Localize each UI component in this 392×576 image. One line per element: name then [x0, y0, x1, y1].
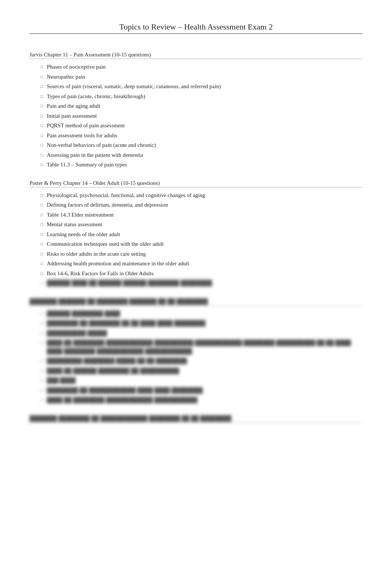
list-item: Neuropathic pain — [41, 73, 362, 81]
list-item: Assessing pain in the patient with demen… — [41, 151, 362, 159]
section-header-potter: Potter & Perry Chapter 14 – Older Adult … — [30, 180, 362, 187]
jarvis-bullet-list: Phases of nociceptive pain Neuropathic p… — [30, 63, 362, 169]
list-item: Addressing health promotion and maintena… — [41, 259, 362, 268]
list-item: Risks to older adults in the acute care … — [41, 250, 362, 258]
list-item: Defining factors of delirium, dementia, … — [41, 201, 362, 209]
list-item: Mental status assessment — [41, 220, 362, 229]
list-item: Non-verbal behaviors of pain (acute and … — [41, 141, 362, 149]
section-blurred-3: ███████ ███████ ██ ████████ ███████ ██ █… — [30, 299, 362, 404]
list-item-blurred: ████████ ██ ████████ ██ ██ ████ ████ ███… — [41, 319, 362, 328]
list-item: Types of pain (acute, chronic, breakthro… — [41, 92, 362, 101]
section-potter-ch14: Potter & Perry Chapter 14 – Older Adult … — [30, 180, 362, 287]
list-item-blurred: ██████ ████ ██ ██████ ██████ ████████ ██… — [41, 279, 362, 287]
list-item: Table 14.3 Elder mistreatment — [41, 211, 362, 219]
list-item-blurred: ████ ██ ████████ ████████████ ██████████… — [41, 339, 362, 355]
list-item-blurred: ██████████ █████ — [41, 329, 362, 338]
section-jarvis-ch11: Jarvis Chapter 11 – Pain Assessment (10-… — [30, 52, 362, 169]
list-item: Pain and the aging adult — [41, 102, 362, 110]
list-item: PQRST method of pain assessment — [41, 121, 362, 130]
list-item: Physiological, psychosocial, functional,… — [41, 191, 362, 200]
list-item: Initial pain assessment — [41, 112, 362, 120]
blurred-bullet-list-3: ██████ ████████ ████ ████████ ██ ███████… — [30, 310, 362, 404]
section-header-blurred-3: ███████ ███████ ██ ████████ ███████ ██ █… — [30, 299, 362, 306]
list-item: Communication techniques used with the o… — [41, 240, 362, 248]
list-item-blurred: ████ ██ ██████ ████████ ██ ██████████ — [41, 367, 362, 375]
section-header-jarvis: Jarvis Chapter 11 – Pain Assessment (10-… — [30, 52, 362, 59]
page-title: Topics to Review – Health Assessment Exa… — [30, 22, 362, 34]
list-item: Learning needs of the older adult — [41, 230, 362, 239]
list-item: Sources of pain (visceral, somatic, deep… — [41, 82, 362, 91]
section-header-blurred-4: ███████ ████████ ██ ████████████ ███████… — [30, 415, 362, 423]
section-blurred-4: ███████ ████████ ██ ████████████ ███████… — [30, 415, 362, 423]
list-item: Table 11.3 – Summary of pain types — [41, 161, 362, 169]
list-item-blurred: ██████ ████████ ████ — [41, 310, 362, 318]
list-item: Pain assessment tools for adults — [41, 131, 362, 140]
list-item: Phases of nociceptive pain — [41, 63, 362, 71]
list-item-blurred: ████ ██ ████████ ████████████ ██████████… — [41, 396, 362, 404]
potter-bullet-list: Physiological, psychosocial, functional,… — [30, 191, 362, 287]
list-item-blurred: █████████ ████████ █████ ██ ██ ████████ — [41, 357, 362, 365]
list-item: Box 14-6, Risk Factors for Falls in Olde… — [41, 269, 362, 278]
list-item-blurred: ███ ████ — [41, 376, 362, 385]
list-item-blurred: ████████ ██ ████████████ ████ ████ █████… — [41, 386, 362, 395]
